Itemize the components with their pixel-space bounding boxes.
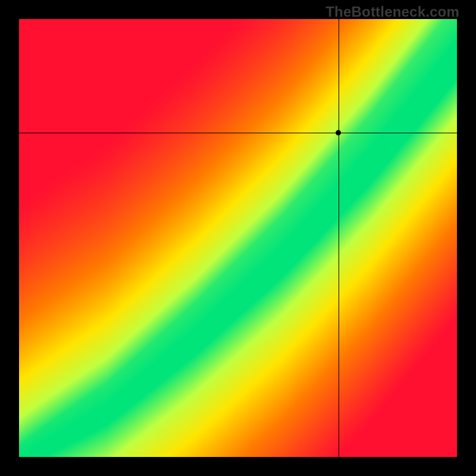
chart-frame: TheBottleneck.com: [0, 0, 476, 476]
watermark-text: TheBottleneck.com: [325, 4, 459, 20]
bottleneck-heatmap: [19, 19, 457, 457]
